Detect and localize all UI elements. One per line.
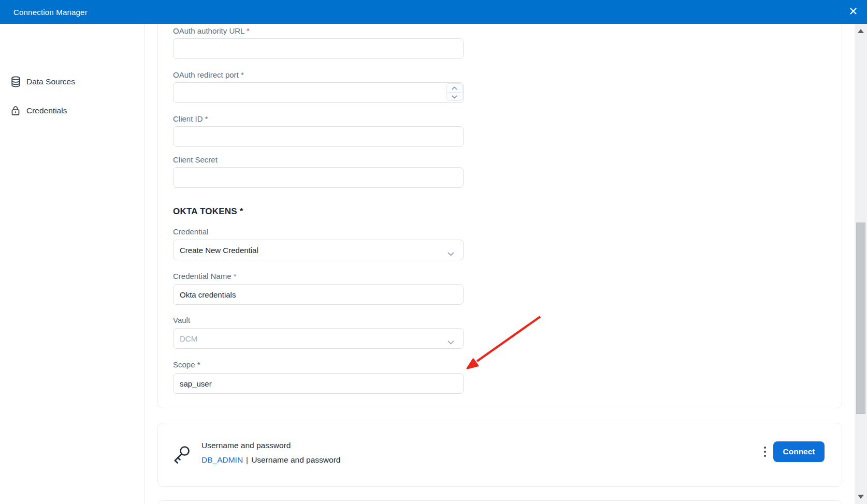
chevron-down-icon bbox=[452, 93, 457, 100]
client-secret-label: Client Secret bbox=[173, 155, 464, 165]
okta-tokens-heading: OKTA TOKENS * bbox=[173, 206, 243, 217]
chevron-down-icon bbox=[447, 249, 454, 258]
credential-link[interactable]: DB_ADMIN bbox=[201, 455, 243, 464]
credential-label: Credential bbox=[173, 227, 464, 236]
scope-input[interactable] bbox=[173, 373, 464, 394]
client-secret-input[interactable] bbox=[173, 167, 464, 188]
kebab-icon bbox=[764, 447, 766, 449]
oauth-redirect-port-label: OAuth redirect port * bbox=[173, 70, 464, 80]
vault-label: Vault bbox=[173, 316, 464, 325]
oauth-authority-url-input[interactable] bbox=[173, 38, 464, 59]
scroll-down-button[interactable] bbox=[855, 491, 867, 503]
vault-select[interactable]: DCM bbox=[173, 328, 464, 349]
client-id-label: Client ID * bbox=[173, 114, 464, 124]
spin-up-button[interactable] bbox=[447, 84, 462, 92]
credential-select[interactable]: Create New Credential bbox=[173, 240, 464, 260]
oauth-authority-url-label: OAuth authority URL * bbox=[173, 26, 464, 36]
chevron-down-icon bbox=[447, 337, 454, 346]
connection-form-card: OAuth authority URL * OAuth redirect por… bbox=[157, 14, 842, 408]
credential-name-input[interactable] bbox=[173, 284, 464, 305]
next-credential-card bbox=[157, 500, 842, 504]
spin-down-button[interactable] bbox=[447, 92, 462, 101]
client-id-input[interactable] bbox=[173, 126, 464, 147]
kebab-menu-button[interactable] bbox=[760, 443, 770, 460]
sidebar-item-label: Credentials bbox=[26, 106, 67, 115]
title-bar: Connection Manager bbox=[0, 0, 867, 24]
chevron-up-icon bbox=[452, 84, 457, 92]
lock-icon bbox=[10, 105, 21, 116]
key-icon bbox=[171, 444, 191, 469]
scrollbar-thumb[interactable] bbox=[856, 223, 865, 414]
credential-name-label: Credential Name * bbox=[173, 272, 464, 281]
connection-manager-window: Connection Manager Data Sources bbox=[0, 0, 867, 504]
credential-card-subtitle: DB_ADMIN|Username and password bbox=[201, 455, 340, 465]
separator: | bbox=[243, 455, 251, 464]
number-spinner bbox=[446, 83, 463, 101]
credential-card-title: Username and password bbox=[201, 441, 291, 450]
credential-select-value: Create New Credential bbox=[180, 246, 258, 255]
scroll-up-icon bbox=[858, 29, 864, 33]
scroll-up-button[interactable] bbox=[855, 25, 867, 37]
close-button[interactable] bbox=[846, 5, 860, 19]
connect-button[interactable]: Connect bbox=[773, 441, 825, 462]
vault-select-value: DCM bbox=[180, 334, 197, 343]
vertical-scrollbar bbox=[855, 24, 867, 504]
sidebar-item-label: Data Sources bbox=[26, 77, 75, 86]
sidebar-item-data-sources[interactable]: Data Sources bbox=[0, 72, 144, 92]
database-icon bbox=[10, 76, 21, 87]
sidebar: Data Sources Credentials bbox=[0, 24, 145, 504]
scope-label: Scope * bbox=[173, 360, 464, 369]
scroll-down-icon bbox=[858, 495, 864, 499]
window-title: Connection Manager bbox=[13, 8, 88, 17]
sidebar-item-credentials[interactable]: Credentials bbox=[0, 101, 144, 121]
oauth-redirect-port-input[interactable] bbox=[173, 82, 464, 103]
oauth-redirect-port-field bbox=[173, 82, 464, 103]
close-icon bbox=[849, 7, 857, 17]
credential-card: Username and password DB_ADMIN|Username … bbox=[157, 423, 842, 487]
credential-type-text: Username and password bbox=[251, 455, 340, 464]
